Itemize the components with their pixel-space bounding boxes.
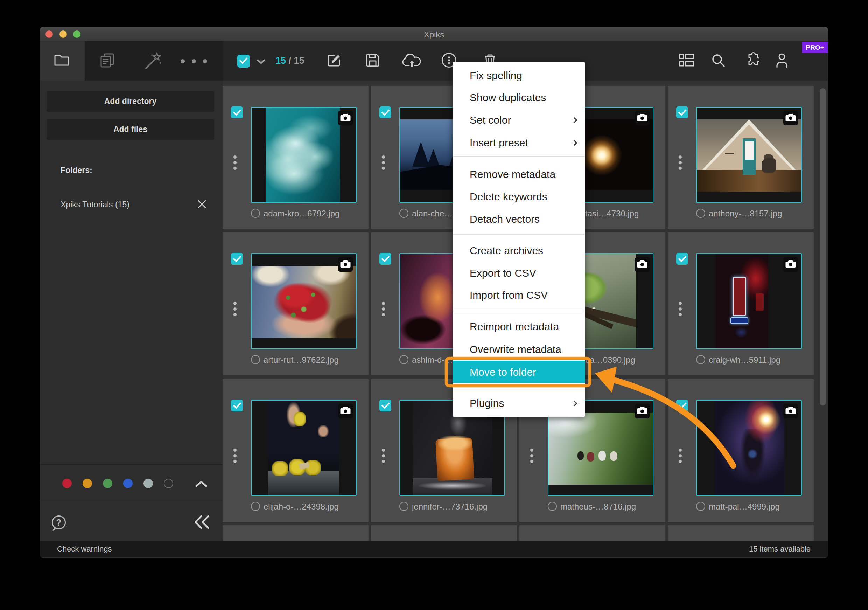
svg-text:?: ? <box>56 518 61 527</box>
